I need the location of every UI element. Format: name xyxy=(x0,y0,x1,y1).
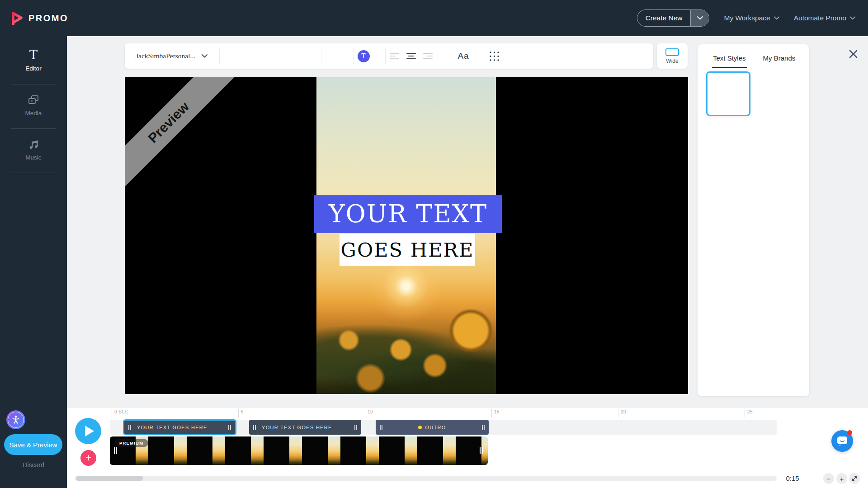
chevron-down-icon xyxy=(774,16,779,20)
divider xyxy=(219,48,220,64)
sidebar-item-editor[interactable]: T Editor xyxy=(0,36,67,72)
divider xyxy=(354,48,354,64)
accessibility-person-icon xyxy=(10,414,21,425)
position-grid-button[interactable] xyxy=(486,43,503,69)
font-name-label: JackSimbaPersonal... xyxy=(136,52,195,60)
close-icon xyxy=(849,49,858,59)
music-note-icon xyxy=(28,139,39,150)
save-preview-label: Save & Preview xyxy=(9,441,57,449)
text-clip-selected[interactable]: YOUR TEXT GOES HERE xyxy=(123,419,236,435)
clip-trim-handle-right[interactable] xyxy=(482,425,485,430)
wide-format-toggle[interactable]: Wide xyxy=(657,43,688,69)
panel-tabs: Text Styles My Brands xyxy=(698,44,809,68)
headline-text: YOUR TEXT xyxy=(329,200,487,228)
text-style-t-icon: T xyxy=(358,50,370,62)
logo-text: PROMO xyxy=(28,13,68,23)
save-preview-button[interactable]: Save & Preview xyxy=(4,434,62,455)
zoom-in-button[interactable]: + xyxy=(836,473,847,484)
ruler-mark: 15 xyxy=(491,409,500,418)
clip-trim-handle-right[interactable] xyxy=(354,425,357,430)
text-style-swatch-selected[interactable] xyxy=(706,71,750,116)
text-color-button[interactable]: T xyxy=(352,43,375,69)
minus-icon: − xyxy=(827,475,831,483)
sidebar-item-media[interactable]: Media xyxy=(0,84,67,117)
sidebar-item-music[interactable]: Music xyxy=(0,129,67,161)
grid-dots-icon xyxy=(489,51,500,62)
tab-text-styles[interactable]: Text Styles xyxy=(713,54,746,68)
subline-text: GOES HERE xyxy=(341,239,474,261)
video-canvas[interactable]: Preview YOUR TEXT GOES HERE xyxy=(125,77,688,394)
clip-label: OUTRO xyxy=(425,425,446,430)
ruler-mark: 25 xyxy=(745,409,753,418)
premium-badge: PREMIUM xyxy=(114,439,148,447)
wide-label: Wide xyxy=(666,58,678,64)
outro-clip[interactable]: OUTRO xyxy=(376,420,489,435)
strip-trim-handle-right[interactable] xyxy=(480,447,483,454)
text-toolbar: JackSimbaPersonal... T Aa xyxy=(125,43,653,69)
preview-ribbon-label: Preview xyxy=(145,99,192,146)
align-center-button[interactable] xyxy=(406,53,416,60)
my-workspace-menu[interactable]: My Workspace xyxy=(724,14,779,22)
automate-promo-menu[interactable]: Automate Promo xyxy=(794,14,855,22)
sidebar-item-label: Media xyxy=(25,110,42,117)
text-styles-panel: Text Styles My Brands xyxy=(698,44,809,396)
plus-icon: + xyxy=(840,475,844,483)
wide-ratio-icon xyxy=(665,48,679,56)
my-workspace-label: My Workspace xyxy=(724,14,770,22)
media-frames-icon xyxy=(27,94,40,106)
align-left-button[interactable] xyxy=(390,53,399,60)
preview-ribbon: Preview xyxy=(125,77,246,200)
play-button[interactable] xyxy=(75,418,101,444)
timeline: 0 SEC 5 10 15 20 25 YOUR TEXT GOES HERE … xyxy=(67,408,868,488)
add-scene-button[interactable]: + xyxy=(80,450,96,466)
chat-bubble-icon xyxy=(836,436,848,446)
timeline-scrollbar-thumb[interactable] xyxy=(76,476,143,481)
promo-editor-app: PROMO Create New My Workspace Automate P… xyxy=(0,0,868,488)
chevron-down-icon xyxy=(202,54,208,58)
editor-workspace: JackSimbaPersonal... T Aa xyxy=(67,36,868,408)
font-size-label: Aa xyxy=(458,51,469,61)
clip-label: YOUR TEXT GOES HERE xyxy=(262,425,332,430)
ruler-mark: 5 xyxy=(238,409,244,418)
app-header: PROMO Create New My Workspace Automate P… xyxy=(0,0,868,36)
timeline-scrollbar-track[interactable] xyxy=(75,476,777,481)
create-new-button[interactable]: Create New xyxy=(637,9,710,27)
automate-promo-label: Automate Promo xyxy=(794,14,846,22)
zoom-fit-button[interactable] xyxy=(849,473,860,484)
promo-logo-icon xyxy=(9,10,24,26)
notification-dot xyxy=(847,430,852,435)
ruler-mark: 10 xyxy=(365,409,373,418)
play-icon xyxy=(85,426,94,436)
accessibility-button[interactable] xyxy=(6,410,25,429)
clip-trim-handle-right[interactable] xyxy=(228,425,231,430)
zoom-out-button[interactable]: − xyxy=(823,473,834,484)
text-align-group xyxy=(390,43,433,69)
subline-text-box[interactable]: GOES HERE xyxy=(340,234,475,266)
chevron-down-icon xyxy=(850,16,855,20)
header-menu: Create New My Workspace Automate Promo xyxy=(637,9,855,27)
text-clip[interactable]: YOUR TEXT GOES HERE xyxy=(249,420,361,435)
promo-logo: PROMO xyxy=(9,10,68,26)
font-family-select[interactable]: JackSimbaPersonal... xyxy=(136,43,208,69)
close-editor-button[interactable] xyxy=(846,47,860,61)
strip-trim-handle-left[interactable] xyxy=(114,447,117,454)
outro-dot-icon xyxy=(418,426,422,429)
duration-display: 0:15 xyxy=(781,474,804,482)
chat-support-button[interactable] xyxy=(831,430,853,452)
discard-label: Discard xyxy=(23,461,44,469)
discard-button[interactable]: Discard xyxy=(0,461,67,469)
tab-my-brands[interactable]: My Brands xyxy=(763,54,796,68)
divider xyxy=(385,48,386,64)
clip-label: YOUR TEXT GOES HERE xyxy=(137,425,208,430)
divider xyxy=(813,473,813,485)
sidebar-item-label: Editor xyxy=(25,65,41,72)
ruler-mark: 20 xyxy=(618,409,626,418)
create-new-dropdown[interactable] xyxy=(690,10,709,26)
headline-text-box[interactable]: YOUR TEXT xyxy=(314,195,502,233)
font-size-button[interactable]: Aa xyxy=(453,43,473,69)
sidebar-item-label: Music xyxy=(25,154,41,161)
ruler-mark: 0 SEC xyxy=(112,409,128,418)
align-right-button[interactable] xyxy=(423,53,433,60)
divider xyxy=(257,48,257,64)
video-track-filmstrip[interactable]: PREMIUM xyxy=(110,436,488,465)
